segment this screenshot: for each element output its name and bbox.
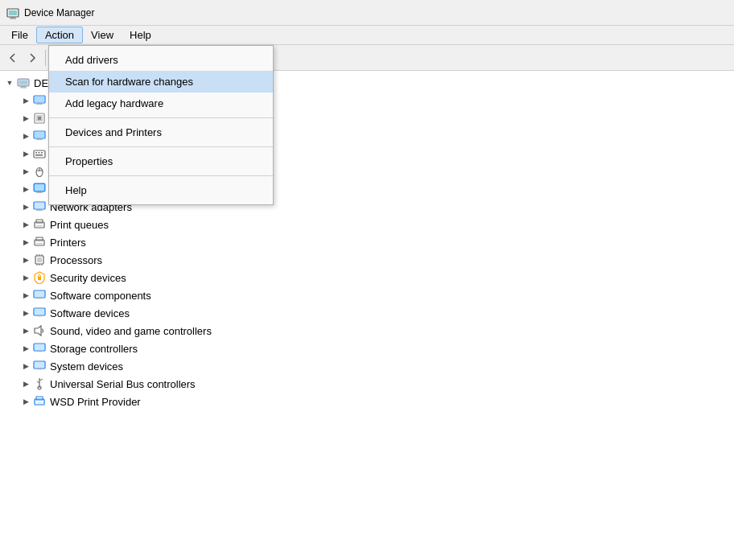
tree-item-wsd[interactable]: ▶ WSD Print Provider bbox=[0, 393, 734, 410]
add-legacy-item[interactable]: Add legacy hardware bbox=[49, 93, 273, 114]
svg-rect-62 bbox=[35, 362, 44, 368]
processors-icon bbox=[32, 253, 47, 267]
svg-rect-7 bbox=[20, 88, 27, 89]
svg-rect-42 bbox=[37, 257, 42, 262]
devices-printers-item[interactable]: Devices and Printers bbox=[49, 121, 273, 143]
svg-marker-57 bbox=[35, 326, 41, 336]
expand-storage[interactable]: ▶ bbox=[19, 342, 32, 355]
softwaredev-label: Software devices bbox=[50, 307, 130, 319]
sound-icon bbox=[32, 323, 47, 338]
usb-icon bbox=[32, 377, 47, 391]
printqueues-icon bbox=[32, 217, 47, 232]
svg-rect-19 bbox=[34, 150, 45, 158]
printqueues-label: Print queues bbox=[50, 219, 109, 231]
expand-printqueues[interactable]: ▶ bbox=[19, 218, 32, 231]
tree-item-printers[interactable]: ▶ Printers bbox=[0, 233, 734, 251]
svg-rect-55 bbox=[35, 309, 44, 315]
root-icon bbox=[16, 76, 31, 90]
network-icon bbox=[32, 200, 47, 214]
svg-rect-17 bbox=[37, 138, 42, 139]
tree-item-usb[interactable]: ▶ Universal Serial Bus controllers bbox=[0, 375, 734, 393]
mice-icon bbox=[32, 164, 47, 179]
expand-softwarecomp[interactable]: ▶ bbox=[19, 289, 32, 302]
svg-rect-28 bbox=[35, 184, 44, 191]
expand-firmware[interactable]: ▶ bbox=[19, 112, 32, 125]
tree-item-processors[interactable]: ▶ Processors bbox=[0, 251, 734, 269]
svg-rect-9 bbox=[35, 97, 44, 102]
svg-rect-5 bbox=[19, 80, 27, 84]
window-title: Device Manager bbox=[24, 7, 94, 19]
svg-rect-23 bbox=[35, 154, 43, 156]
display-icon bbox=[32, 93, 47, 108]
expand-security[interactable]: ▶ bbox=[19, 271, 32, 284]
storage-label: Storage controllers bbox=[50, 343, 138, 355]
svg-rect-53 bbox=[37, 298, 42, 299]
expand-network[interactable]: ▶ bbox=[19, 200, 32, 213]
title-bar: Device Manager bbox=[0, 0, 734, 26]
svg-point-50 bbox=[39, 275, 41, 278]
svg-rect-14 bbox=[38, 117, 41, 120]
expand-keyboards[interactable]: ▶ bbox=[19, 147, 32, 160]
tree-item-printqueues[interactable]: ▶ Print queues bbox=[0, 216, 734, 233]
menu-file[interactable]: File bbox=[3, 27, 36, 43]
expand-processors[interactable]: ▶ bbox=[19, 253, 32, 266]
menu-view[interactable]: View bbox=[83, 27, 122, 43]
back-button[interactable] bbox=[3, 48, 23, 68]
expand-hid[interactable]: ▶ bbox=[19, 130, 32, 142]
toolbar-separator bbox=[45, 50, 46, 66]
separator-2 bbox=[49, 146, 273, 147]
firmware-icon bbox=[32, 111, 47, 126]
expand-softwaredev[interactable]: ▶ bbox=[19, 307, 32, 319]
svg-rect-29 bbox=[37, 191, 42, 192]
security-icon bbox=[32, 270, 47, 285]
svg-rect-11 bbox=[36, 104, 43, 105]
action-dropdown: Add drivers Scan for hardware changes Ad… bbox=[48, 45, 274, 205]
menu-action[interactable]: Action bbox=[36, 27, 83, 43]
wsd-icon bbox=[32, 394, 47, 409]
softwaredev-icon bbox=[32, 306, 47, 320]
svg-rect-22 bbox=[41, 152, 43, 154]
separator-1 bbox=[49, 117, 273, 118]
expand-monitors[interactable]: ▶ bbox=[19, 183, 32, 196]
properties-item[interactable]: Properties bbox=[49, 150, 273, 172]
tree-item-softwarecomp[interactable]: ▶ Software components bbox=[0, 286, 734, 304]
hid-icon bbox=[32, 129, 47, 143]
svg-rect-59 bbox=[35, 344, 44, 350]
tree-item-system[interactable]: ▶ System devices bbox=[0, 357, 734, 375]
scan-hardware-item[interactable]: Scan for hardware changes bbox=[49, 71, 273, 93]
expand-root[interactable]: ▼ bbox=[3, 76, 16, 89]
svg-rect-70 bbox=[36, 402, 43, 404]
menu-help[interactable]: Help bbox=[122, 27, 159, 43]
tree-item-sound[interactable]: ▶ Sound, video and game controllers bbox=[0, 322, 734, 340]
app-icon bbox=[6, 6, 19, 19]
tree-item-storage[interactable]: ▶ Storage controllers bbox=[0, 340, 734, 357]
softwarecomp-label: Software components bbox=[50, 290, 151, 302]
expand-mice[interactable]: ▶ bbox=[19, 165, 32, 178]
svg-rect-2 bbox=[10, 17, 15, 19]
expand-printers[interactable]: ▶ bbox=[19, 236, 32, 249]
svg-rect-63 bbox=[37, 369, 42, 369]
svg-rect-33 bbox=[37, 209, 42, 210]
expand-usb[interactable]: ▶ bbox=[19, 377, 32, 390]
svg-rect-10 bbox=[37, 103, 42, 104]
monitors-icon bbox=[32, 182, 47, 196]
forward-button[interactable] bbox=[23, 48, 42, 68]
svg-rect-32 bbox=[35, 203, 44, 208]
svg-rect-16 bbox=[35, 132, 44, 138]
expand-wsd[interactable]: ▶ bbox=[19, 395, 32, 408]
expand-system[interactable]: ▶ bbox=[19, 360, 32, 373]
svg-rect-52 bbox=[35, 291, 44, 297]
help-item[interactable]: Help bbox=[49, 179, 273, 201]
expand-sound[interactable]: ▶ bbox=[19, 324, 32, 337]
svg-rect-30 bbox=[36, 192, 43, 193]
svg-rect-56 bbox=[37, 315, 42, 316]
svg-rect-3 bbox=[10, 18, 16, 19]
add-drivers-item[interactable]: Add drivers bbox=[49, 49, 273, 71]
svg-rect-60 bbox=[37, 351, 42, 352]
svg-rect-6 bbox=[21, 86, 26, 88]
keyboards-icon bbox=[32, 146, 47, 161]
tree-item-security[interactable]: ▶ Security devices bbox=[0, 269, 734, 286]
tree-item-softwaredev[interactable]: ▶ Software devices bbox=[0, 304, 734, 322]
printers-label: Printers bbox=[50, 237, 86, 249]
expand-display[interactable]: ▶ bbox=[19, 94, 32, 107]
